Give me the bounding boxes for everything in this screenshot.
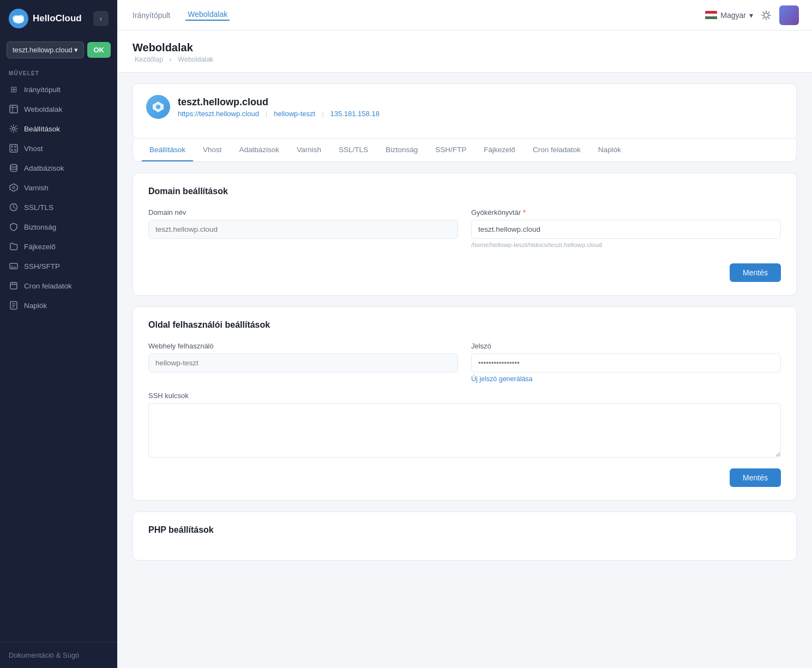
tab-ssh-ftp[interactable]: SSH/FTP xyxy=(428,139,474,161)
svg-rect-8 xyxy=(10,145,17,152)
tab-naplok[interactable]: Naplók xyxy=(591,139,629,161)
site-url-link[interactable]: https://teszt.hellowp.cloud xyxy=(178,110,259,118)
site-name: teszt.hellowp.cloud xyxy=(178,97,380,108)
page-header: Weboldalak Kezdőlap › Weboldalak xyxy=(117,31,812,73)
sidebar-item-label: Irányítópult xyxy=(24,86,61,94)
password-group: Jelszó Új jelszó generálása xyxy=(471,342,781,383)
varnish-icon xyxy=(9,183,19,192)
php-section-title: PHP beállítások xyxy=(148,525,781,535)
filemanager-icon xyxy=(9,242,19,251)
breadcrumb-separator: › xyxy=(170,56,172,63)
dashboard-icon: ⊞ xyxy=(9,85,19,94)
domain-name-group: Domain név xyxy=(148,208,458,248)
svg-point-13 xyxy=(10,165,17,167)
tab-cron[interactable]: Cron feladatok xyxy=(525,139,588,161)
topnav-iranyitopult[interactable]: Irányítópult xyxy=(130,11,172,20)
page-title: Weboldalak xyxy=(133,41,797,54)
sidebar-item-adatbazisok[interactable]: Adatbázisok xyxy=(0,158,117,178)
ssl-icon xyxy=(9,202,19,212)
dropdown-chevron-icon: ▾ xyxy=(74,46,78,54)
sidebar-item-vhost[interactable]: Vhost xyxy=(0,139,117,158)
sidebar-item-beallitasok[interactable]: Beállítások xyxy=(0,119,117,139)
sidebar-back-button[interactable]: ‹ xyxy=(93,11,109,26)
sidebar-item-cron[interactable]: Cron feladatok xyxy=(0,276,117,296)
user-avatar[interactable] xyxy=(779,5,799,25)
link-divider2: | xyxy=(322,110,323,118)
databases-icon xyxy=(9,163,19,173)
language-selector[interactable]: Magyar ▾ xyxy=(705,11,753,20)
user-form-row: Webhely felhasználó Jelszó Új jelszó gen… xyxy=(148,342,781,383)
sidebar-item-varnish[interactable]: Varnish xyxy=(0,178,117,197)
svg-point-15 xyxy=(13,186,15,189)
root-dir-label: Gyökérkönyvtár * xyxy=(471,208,781,216)
site-info: teszt.hellowp.cloud https://teszt.hellow… xyxy=(178,97,380,118)
password-input[interactable] xyxy=(471,353,781,372)
tab-fajkezelo[interactable]: Fájkezelő xyxy=(476,139,523,161)
settings-icon xyxy=(9,124,19,134)
documentation-link[interactable]: Dokumentáció & Súgó xyxy=(0,642,117,668)
php-section: PHP beállítások xyxy=(133,511,797,561)
generate-password-link[interactable]: Új jelszó generálása xyxy=(471,375,781,383)
site-card-header: teszt.hellowp.cloud https://teszt.hellow… xyxy=(146,95,783,119)
password-label: Jelszó xyxy=(471,342,781,350)
ok-button[interactable]: OK xyxy=(87,42,111,58)
domain-section-title: Domain beállítások xyxy=(148,186,781,196)
breadcrumb: Kezdőlap › Weboldalak xyxy=(133,56,797,63)
language-label: Magyar xyxy=(720,11,746,20)
sidebar-item-biztonsag[interactable]: Biztonság xyxy=(0,217,117,237)
flag-icon xyxy=(705,11,717,20)
sidebar-item-label: Biztonság xyxy=(24,223,56,231)
domain-name-label: Domain név xyxy=(148,208,458,216)
site-ip-link[interactable]: 135.181.158.18 xyxy=(330,110,380,118)
svg-point-7 xyxy=(13,128,15,130)
svg-point-26 xyxy=(764,13,768,17)
ssh-keys-textarea[interactable] xyxy=(148,403,781,458)
ssh-icon xyxy=(9,261,19,271)
sidebar-item-label: Varnish xyxy=(24,184,49,192)
content-area: Weboldalak Kezdőlap › Weboldalak teszt.h… xyxy=(117,31,812,668)
domain-form-row: Domain név Gyökérkönyvtár * /home/hellow… xyxy=(148,208,781,248)
top-navigation: Irányítópult Weboldalak Magyar ▾ xyxy=(117,0,812,31)
tab-vhost[interactable]: Vhost xyxy=(195,139,230,161)
topnav-weboldalak[interactable]: Weboldalak xyxy=(185,10,230,21)
theme-toggle-button[interactable] xyxy=(761,10,772,21)
sidebar-item-label: SSH/SFTP xyxy=(24,262,60,270)
site-user-link[interactable]: hellowp-teszt xyxy=(274,110,315,118)
sidebar-item-ssl[interactable]: SSL/TLS xyxy=(0,197,117,217)
domain-section: Domain beállítások Domain név Gyökérköny… xyxy=(133,173,797,296)
sidebar-item-naplok[interactable]: Naplók xyxy=(0,296,117,315)
sidebar-item-label: Cron feladatok xyxy=(24,282,72,290)
sidebar-item-label: SSL/TLS xyxy=(24,203,53,212)
root-dir-group: Gyökérkönyvtár * /home/hellowp-teszt/htd… xyxy=(471,208,781,248)
websites-icon xyxy=(9,104,19,114)
tab-adatbazisok[interactable]: Adatbázisok xyxy=(232,139,287,161)
tab-ssl[interactable]: SSL/TLS xyxy=(331,139,376,161)
sidebar-item-iranyitopult[interactable]: ⊞ Irányítópult xyxy=(0,80,117,99)
user-save-row: Mentés xyxy=(148,462,781,487)
sidebar-item-ssh[interactable]: SSH/SFTP xyxy=(0,256,117,276)
root-dir-input[interactable] xyxy=(471,220,781,239)
sidebar-item-fajkezelo[interactable]: Fájkezelő xyxy=(0,237,117,256)
svg-marker-14 xyxy=(10,184,17,191)
ssh-keys-group: SSH kulcsok xyxy=(148,392,781,460)
sidebar-item-weboldalak[interactable]: Weboldalak xyxy=(0,99,117,119)
tab-varnish[interactable]: Varnish xyxy=(289,139,329,161)
site-card: teszt.hellowp.cloud https://teszt.hellow… xyxy=(133,83,797,139)
logs-icon xyxy=(9,300,19,310)
tab-biztonsag[interactable]: Biztonság xyxy=(378,139,425,161)
language-chevron-icon: ▾ xyxy=(749,11,753,20)
user-save-button[interactable]: Mentés xyxy=(730,468,781,487)
site-dropdown[interactable]: teszt.hellowp.cloud ▾ xyxy=(7,41,84,58)
user-section: Oldal felhasználói beállítások Webhely f… xyxy=(133,306,797,501)
svg-rect-9 xyxy=(11,146,13,148)
website-user-group: Webhely felhasználó xyxy=(148,342,458,383)
security-icon xyxy=(9,222,19,232)
sidebar-item-label: Adatbázisok xyxy=(24,164,64,172)
svg-rect-4 xyxy=(10,105,17,113)
domain-name-input xyxy=(148,220,458,239)
tab-beallitasok[interactable]: Beállítások xyxy=(142,139,193,161)
required-star: * xyxy=(523,208,526,216)
cron-icon xyxy=(9,281,19,291)
svg-rect-12 xyxy=(14,149,16,151)
domain-save-button[interactable]: Mentés xyxy=(730,263,781,282)
